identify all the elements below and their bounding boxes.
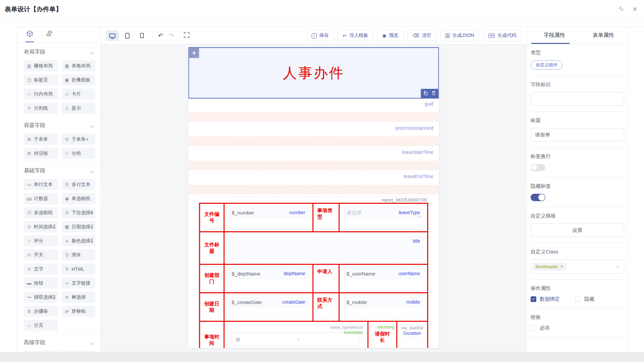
preview-button[interactable]: ◉预览 xyxy=(377,30,404,41)
report-table-container[interactable]: report_1622518382735 文件编号 $_numbernumber… xyxy=(199,197,429,348)
chip-tree-select[interactable]: ⋔树选择 xyxy=(62,292,96,303)
chip-grid-layout[interactable]: ▥栅格布局 xyxy=(24,60,58,71)
device-phone-button[interactable] xyxy=(136,30,148,41)
hidden-field-leaveEndTime[interactable]: leaveEndTime xyxy=(189,171,439,184)
cell-label[interactable]: 事项时间 xyxy=(200,322,224,348)
chip-subform-plus[interactable]: ⊡子表单+ xyxy=(62,134,96,145)
tab-form-properties[interactable]: 表单属性 xyxy=(579,27,628,44)
hide-checkbox[interactable]: 隐藏 xyxy=(575,296,594,302)
save-button[interactable]: ✓保存 xyxy=(307,30,334,41)
hidden-field-leaveStartTime[interactable]: leaveStartTime xyxy=(189,147,439,160)
cell-deptName-field[interactable]: $_deptNamedeptName xyxy=(224,265,313,292)
chip-table-layout[interactable]: ▦表格布局 xyxy=(62,60,96,71)
chip-steps[interactable]: ≣步骤条 xyxy=(24,306,58,317)
chip-text-link[interactable]: ∞文字链接 xyxy=(62,278,96,289)
custom-class-select[interactable]: formheader ✕ xyxy=(531,259,624,274)
cell-userName-field[interactable]: $_userNameuserName xyxy=(338,265,427,292)
expand-icon[interactable] xyxy=(184,32,190,39)
cell-label[interactable]: 申请人 xyxy=(312,265,338,292)
duration-input[interactable] xyxy=(401,338,423,348)
cell-label[interactable]: 文件标题 xyxy=(200,232,224,264)
import-template-button[interactable]: ↩导入模板 xyxy=(338,30,373,41)
redo-icon[interactable]: ↷ xyxy=(169,33,174,39)
field-id-input[interactable] xyxy=(531,92,624,106)
chip-group[interactable]: □分组 xyxy=(62,148,96,159)
device-tablet-button[interactable] xyxy=(121,30,133,41)
hidden-field-placeholder[interactable] xyxy=(189,137,438,146)
chip-html[interactable]: ⑤HTML xyxy=(62,263,96,275)
chip-transfer[interactable]: ⇄穿梭框 xyxy=(62,306,96,317)
chip-radio-group[interactable]: ◉单选框组 xyxy=(62,193,96,204)
title-input[interactable] xyxy=(531,128,624,141)
hidden-field-processInstanceId[interactable]: processInstanceId xyxy=(189,123,439,136)
chip-multi-line-text[interactable]: ☰多行文本 xyxy=(62,179,96,190)
chip-dialog[interactable]: ⧉对话框 xyxy=(24,148,58,159)
cell-number-field[interactable]: $_numbernumber xyxy=(224,204,313,231)
chip-time-picker[interactable]: ◷时间选择器 xyxy=(24,221,58,232)
chip-color-picker[interactable]: ◕颜色选择器 xyxy=(62,235,96,246)
generate-code-button[interactable]: </>生成代码 xyxy=(483,30,521,41)
template-setting-button[interactable]: 设置 xyxy=(531,224,624,237)
chip-select[interactable]: ⊡下拉选择框 xyxy=(62,207,96,218)
cell-label[interactable]: 联系方式 xyxy=(312,293,338,321)
chip-single-line-text[interactable]: ▭单行文本 xyxy=(24,179,58,190)
cell-leaveType-select[interactable]: 请选择leaveType xyxy=(338,204,427,231)
section-header[interactable]: 高级字段 xyxy=(24,339,95,346)
tab-components[interactable] xyxy=(25,27,34,42)
label-wrap-toggle[interactable] xyxy=(531,164,545,171)
compress-icon[interactable] xyxy=(619,6,624,13)
chip-checkbox-group[interactable]: ☑多选框组 xyxy=(24,207,58,218)
required-checkbox[interactable]: 必填 xyxy=(531,325,624,331)
chip-card[interactable]: ▭卡片 xyxy=(62,88,96,100)
hide-label-toggle[interactable] xyxy=(531,194,545,201)
cell-label[interactable]: 创建日期 xyxy=(200,293,224,321)
chip-button[interactable]: ▬按钮 xyxy=(24,278,58,289)
remove-tag-icon[interactable]: ✕ xyxy=(560,264,563,269)
cell-date-range-field[interactable]: inline_nym8mcrd leavedate ▦ - xyxy=(224,322,368,348)
chip-divider[interactable]: ≡分割线 xyxy=(24,103,58,114)
chip-subform[interactable]: ⊞子表单 xyxy=(24,134,58,145)
data-bind-checkbox[interactable]: ✓数据绑定 xyxy=(531,296,560,302)
trash-icon[interactable] xyxy=(431,90,436,97)
cell-label[interactable]: 创建部门 xyxy=(200,265,224,292)
chip-date-picker[interactable]: ▦日期选择器 xyxy=(62,221,96,232)
chip-inline-layout[interactable]: ∷行内布局 xyxy=(24,88,58,100)
device-desktop-button[interactable] xyxy=(106,30,119,41)
chip-tab-page[interactable]: ◫标签页 xyxy=(24,74,58,85)
cell-label[interactable]: 文件编号 xyxy=(200,204,224,231)
chip-slider[interactable]: ☲滑块 xyxy=(62,249,96,260)
close-icon[interactable]: ✕ xyxy=(633,6,637,13)
drag-handle-icon[interactable]: + xyxy=(189,48,199,58)
chip-text[interactable]: A文字 xyxy=(24,263,58,275)
form-header-component-selected[interactable]: + 人事办件 xyxy=(189,47,439,99)
section-header[interactable]: 基础字段 xyxy=(24,167,95,174)
chip-cascader[interactable]: ⊶级联选择器 xyxy=(24,292,58,303)
chip-collapse-panel[interactable]: ▣折叠面板 xyxy=(62,74,96,85)
chip-alert[interactable]: ⚠提示 xyxy=(62,103,96,114)
hidden-field-placeholder[interactable] xyxy=(189,185,438,194)
cell-createDate-field[interactable]: $_createDatecreateDate xyxy=(224,293,313,321)
hidden-field-guid[interactable]: guid xyxy=(189,99,439,112)
clear-button[interactable]: ⌫清空 xyxy=(408,30,436,41)
cell-mobile-field[interactable]: $_mobilemobile xyxy=(338,293,427,321)
generate-json-button[interactable]: {}生成JSON xyxy=(440,30,479,41)
hidden-field-placeholder[interactable] xyxy=(189,113,438,122)
cell-duration-field[interactable]: ine_6ai0h8lr Duration xyxy=(396,322,427,348)
section-header[interactable]: 容器字段 xyxy=(24,122,95,129)
collapse-right-panel-button[interactable] xyxy=(524,188,527,204)
collapse-left-panel-button[interactable] xyxy=(101,188,103,204)
design-canvas[interactable]: + 人事办件 guid proce xyxy=(101,44,527,352)
cell-duration-label[interactable]: shichang 请假时长 xyxy=(368,322,396,348)
tab-outline[interactable] xyxy=(45,27,53,42)
undo-icon[interactable]: ↶ xyxy=(158,33,163,39)
hidden-field-placeholder[interactable] xyxy=(189,161,438,170)
chip-counter[interactable]: 123计数器 xyxy=(24,193,58,204)
chip-switch[interactable]: ⊙开关 xyxy=(24,249,58,260)
chip-rate[interactable]: ☆评分 xyxy=(24,235,58,246)
chip-pagination[interactable]: ↔分页 xyxy=(24,320,58,331)
copy-icon[interactable] xyxy=(423,90,428,97)
tab-field-properties[interactable]: 字段属性 xyxy=(530,27,579,44)
section-header[interactable]: 布局字段 xyxy=(24,49,95,56)
cell-title-field[interactable]: title xyxy=(224,232,427,264)
cell-label[interactable]: 事项类型 xyxy=(312,204,338,231)
